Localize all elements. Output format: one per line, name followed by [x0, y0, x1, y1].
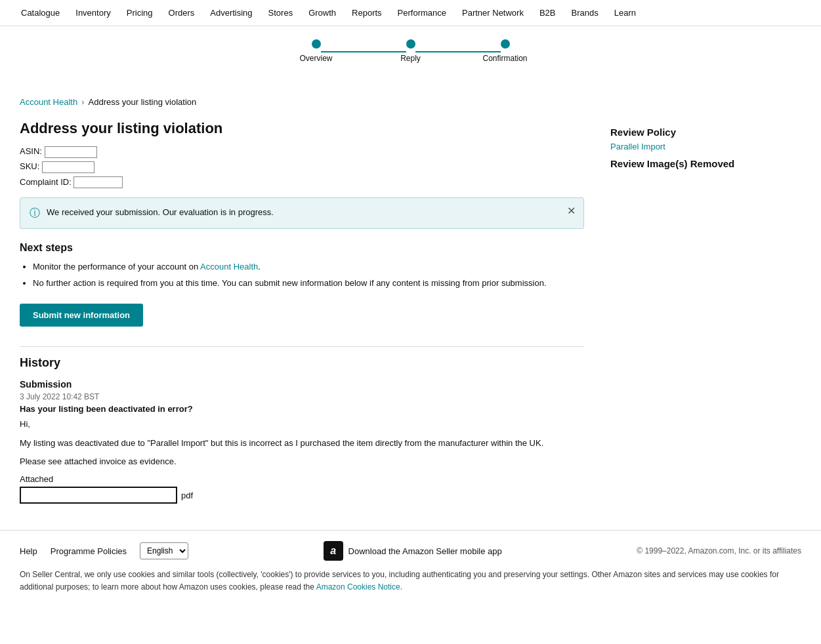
file-ext: pdf	[181, 491, 193, 500]
breadcrumb-separator: ›	[81, 97, 84, 107]
page-title: Address your listing violation	[20, 120, 584, 137]
history-divider	[20, 346, 584, 347]
footer: Help Programme Policies English a Downlo…	[0, 530, 821, 604]
attached-file: pdf	[20, 487, 584, 504]
history-title: History	[20, 356, 584, 370]
top-navigation: Catalogue Inventory Pricing Orders Adver…	[0, 0, 821, 26]
submission-greeting: Hi,	[20, 418, 584, 432]
next-steps-title: Next steps	[20, 242, 584, 254]
alert-message: We received your submission. Our evaluat…	[47, 206, 274, 219]
submission-label: Submission	[20, 379, 584, 390]
review-images-title: Review Image(s) Removed	[610, 158, 755, 169]
main-content: Address your listing violation ASIN: SKU…	[0, 113, 821, 530]
submission-body1: My listing was deactivated due to "Paral…	[20, 437, 584, 451]
mobile-app-text: Download the Amazon Seller mobile app	[348, 546, 502, 556]
next-steps-list: Monitor the performance of your account …	[20, 260, 584, 291]
next-step-1-text: Monitor the performance of your account …	[33, 262, 200, 272]
footer-mobile: a Download the Amazon Seller mobile app	[324, 541, 502, 561]
next-step-1-text-after: .	[258, 262, 261, 272]
sidebar: Review Policy Parallel Import Review Ima…	[610, 120, 755, 504]
asin-value	[45, 146, 97, 158]
submission-question: Has your listing been deactivated in err…	[20, 404, 584, 414]
progress-line-2	[415, 51, 501, 52]
attached-label: Attached	[20, 474, 584, 484]
sku-label: SKU:	[20, 161, 39, 171]
review-policy-title: Review Policy	[610, 127, 755, 138]
info-alert: ⓘ We received your submission. Our evalu…	[20, 197, 584, 229]
footer-links: Help Programme Policies English	[20, 542, 188, 559]
progress-step-confirmation	[501, 39, 510, 49]
progress-step-overview	[312, 39, 321, 49]
progress-label-overview: Overview	[299, 54, 332, 63]
submit-new-button[interactable]: Submit new information	[20, 304, 143, 327]
nav-inventory[interactable]: Inventory	[68, 0, 118, 26]
next-step-2-text: No further action is required from you a…	[33, 278, 547, 288]
nav-b2b[interactable]: B2B	[532, 0, 564, 26]
nav-learn[interactable]: Learn	[606, 0, 644, 26]
nav-orders[interactable]: Orders	[161, 0, 203, 26]
progress-section: Overview Reply Confirmation	[0, 26, 821, 91]
complaint-id-label: Complaint ID:	[20, 177, 72, 187]
amazon-icon: a	[324, 541, 343, 561]
footer-bottom: On Seller Central, we only use cookies a…	[20, 569, 801, 594]
cookie-notice-link[interactable]: Amazon Cookies Notice	[316, 582, 400, 592]
asin-label: ASIN:	[20, 146, 42, 156]
nav-advertising[interactable]: Advertising	[202, 0, 260, 26]
submission-date: 3 July 2022 10:42 BST	[20, 392, 584, 401]
nav-growth[interactable]: Growth	[301, 0, 344, 26]
account-health-link[interactable]: Account Health	[200, 262, 258, 272]
parallel-import-link[interactable]: Parallel Import	[610, 142, 755, 151]
breadcrumb-current: Address your listing violation	[89, 97, 197, 107]
progress-label-confirmation: Confirmation	[482, 54, 527, 63]
breadcrumb-parent[interactable]: Account Health	[20, 97, 77, 107]
meta-info: ASIN: SKU: Complaint ID:	[20, 144, 584, 190]
next-step-2: No further action is required from you a…	[33, 277, 584, 291]
nav-partner-network[interactable]: Partner Network	[454, 0, 532, 26]
language-select[interactable]: English	[140, 542, 188, 559]
next-step-1: Monitor the performance of your account …	[33, 260, 584, 274]
footer-copyright: © 1999–2022, Amazon.com, Inc. or its aff…	[637, 546, 801, 555]
nav-pricing[interactable]: Pricing	[119, 0, 161, 26]
nav-catalogue[interactable]: Catalogue	[13, 0, 68, 26]
progress-step-reply	[406, 39, 415, 49]
nav-stores[interactable]: Stores	[261, 0, 301, 26]
content-area: Address your listing violation ASIN: SKU…	[20, 120, 584, 504]
progress-label-reply: Reply	[400, 54, 421, 63]
nav-reports[interactable]: Reports	[344, 0, 390, 26]
submission-body2: Please see attached invoice as evidence.	[20, 455, 584, 469]
file-name-box	[20, 487, 177, 504]
close-alert-button[interactable]: ✕	[567, 205, 576, 217]
nav-performance[interactable]: Performance	[390, 0, 454, 26]
complaint-id-value	[74, 176, 123, 188]
nav-brands[interactable]: Brands	[564, 0, 606, 26]
progress-line-1	[321, 51, 406, 52]
footer-help-link[interactable]: Help	[20, 546, 37, 556]
info-icon: ⓘ	[30, 207, 40, 220]
breadcrumb: Account Health › Address your listing vi…	[0, 91, 821, 113]
cookie-period: .	[400, 582, 402, 592]
sku-value	[42, 161, 95, 173]
footer-programme-policies-link[interactable]: Programme Policies	[51, 546, 127, 556]
